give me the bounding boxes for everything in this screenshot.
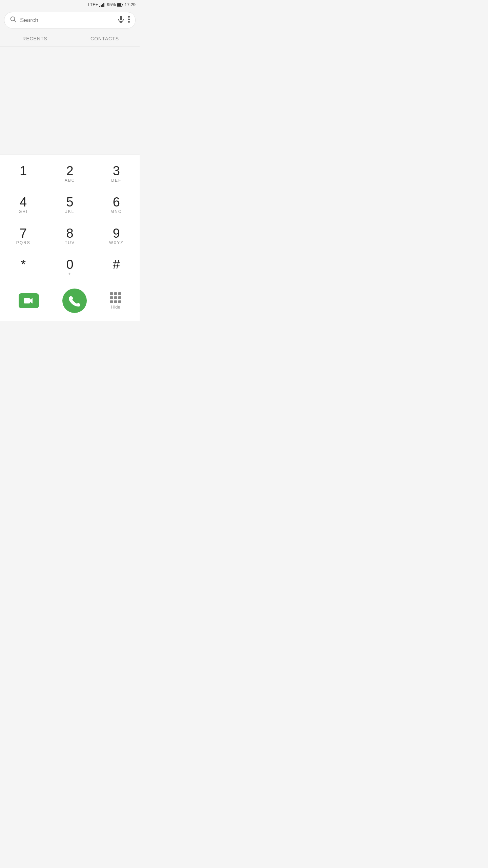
svg-rect-1 [101,5,102,7]
tab-recents[interactable]: RECENTS [0,31,70,46]
dialpad-key-#[interactable]: # [93,252,140,283]
clock: 17:29 [124,2,136,7]
dialpad-key-7[interactable]: 7PQRS [0,221,46,252]
microphone-icon[interactable] [117,16,125,25]
search-icon [10,16,17,24]
video-call-button[interactable] [19,293,39,308]
dialpad-key-0[interactable]: 0+ [46,252,93,283]
network-indicator: LTE+ [88,2,98,7]
dialpad-key-6[interactable]: 6MNO [93,190,140,221]
hide-label: Hide [111,304,120,310]
dialpad-key-*[interactable]: * [0,252,46,283]
svg-point-13 [128,19,130,20]
dialpad-key-4[interactable]: 4GHI [0,190,46,221]
dialpad: 12ABC3DEF4GHI5JKL6MNO7PQRS8TUV9WXYZ*0+# … [0,155,140,321]
svg-line-8 [14,20,16,22]
svg-point-14 [128,21,130,23]
dialpad-key-9[interactable]: 9WXYZ [93,221,140,252]
svg-rect-5 [117,3,121,6]
hide-dialpad-button[interactable]: Hide [110,292,121,310]
svg-rect-2 [102,4,103,7]
search-bar [4,12,136,28]
battery-percent: 95% [107,2,116,7]
dialpad-grid: 12ABC3DEF4GHI5JKL6MNO7PQRS8TUV9WXYZ*0+# [0,158,140,283]
svg-rect-15 [24,298,30,303]
signal-icon [99,2,105,7]
svg-rect-9 [120,16,122,20]
svg-point-12 [128,16,130,18]
tabs: RECENTS CONTACTS [0,31,140,46]
content-area [0,46,140,155]
svg-rect-0 [99,6,100,7]
call-button[interactable] [62,289,87,313]
dialpad-key-8[interactable]: 8TUV [46,221,93,252]
svg-rect-3 [103,3,104,7]
search-input[interactable] [20,17,114,24]
dialpad-key-1[interactable]: 1 [0,158,46,190]
svg-rect-6 [122,4,123,5]
dialpad-grid-icon [110,292,121,303]
more-options-icon[interactable] [128,16,130,24]
dialpad-key-3[interactable]: 3DEF [93,158,140,190]
status-bar: LTE+ 95% 17:29 [0,0,140,9]
tab-contacts[interactable]: CONTACTS [70,31,140,46]
bottom-bar: Hide [0,283,140,321]
dialpad-key-2[interactable]: 2ABC [46,158,93,190]
dialpad-key-5[interactable]: 5JKL [46,190,93,221]
battery-icon [117,3,123,7]
